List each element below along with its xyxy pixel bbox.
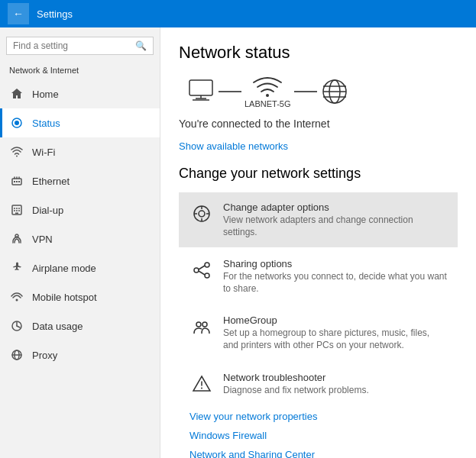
search-input[interactable] (13, 40, 135, 51)
sidebar-item-label: Home (32, 89, 59, 100)
windows-firewall-link[interactable]: Windows Firewall (179, 426, 458, 445)
main-layout: 🔍 Network & Internet Home Status (0, 27, 476, 458)
dialup-icon (9, 202, 24, 218)
svg-point-10 (18, 208, 20, 209)
settings-item-homegroup[interactable]: HomeGroup Set up a homegroup to share pi… (179, 305, 458, 360)
svg-rect-5 (16, 181, 18, 182)
sidebar-item-hotspot[interactable]: Mobile hotspot (0, 282, 160, 311)
wifi-diagram-wrap: LABNET-5G (244, 75, 291, 108)
sidebar-item-label: Ethernet (32, 176, 70, 187)
troubleshooter-icon (189, 372, 214, 396)
show-networks-link[interactable]: Show available networks (179, 140, 458, 152)
sidebar-item-dialup[interactable]: Dial-up (0, 195, 160, 224)
sidebar-item-label: Airplane mode (32, 263, 96, 274)
sidebar-item-ethernet[interactable]: Ethernet (0, 166, 160, 195)
airplane-icon (9, 260, 24, 276)
network-line-1 (219, 91, 241, 92)
content-area: Network status LABNET-5G (160, 27, 476, 458)
sidebar-item-label: Dial-up (32, 205, 63, 216)
connected-status: You're connected to the Internet (179, 118, 458, 130)
svg-point-25 (199, 211, 205, 217)
svg-rect-20 (189, 80, 212, 95)
datausage-icon (9, 318, 24, 334)
svg-point-12 (16, 210, 18, 211)
sharing-center-link[interactable]: Network and Sharing Center (179, 445, 458, 458)
search-icon: 🔍 (135, 40, 147, 51)
sidebar-section-title: Network & Internet (0, 63, 160, 79)
sharing-title: Sharing options (223, 258, 447, 269)
svg-point-30 (202, 322, 207, 327)
svg-point-29 (196, 322, 201, 327)
sharing-desc: For the networks you connect to, decide … (223, 271, 447, 295)
titlebar: ← Settings (0, 0, 476, 27)
sidebar-item-label: Wi-Fi (32, 147, 55, 158)
svg-point-8 (14, 208, 15, 209)
svg-point-15 (15, 234, 18, 237)
svg-point-27 (205, 263, 209, 267)
troubleshooter-text: Network troubleshooter Diagnose and fix … (223, 372, 369, 397)
titlebar-title: Settings (37, 8, 73, 20)
homegroup-text: HomeGroup Set up a homegroup to share pi… (223, 314, 447, 351)
sidebar-item-label: Status (32, 118, 60, 129)
sharing-icon (189, 258, 214, 282)
globe-icon (320, 77, 349, 106)
svg-point-1 (15, 121, 19, 125)
troubleshooter-desc: Diagnose and fix network problems. (223, 385, 369, 397)
svg-point-13 (18, 210, 20, 211)
svg-point-21 (266, 94, 269, 97)
sidebar: 🔍 Network & Internet Home Status (0, 27, 160, 458)
network-diagram: LABNET-5G (179, 75, 458, 108)
svg-rect-6 (18, 181, 20, 182)
wifi-icon (9, 144, 24, 160)
view-properties-link[interactable]: View your network properties (179, 407, 458, 426)
sidebar-item-airplane[interactable]: Airplane mode (0, 253, 160, 282)
svg-rect-14 (15, 213, 18, 214)
adapter-desc: View network adapters and change connect… (223, 214, 447, 238)
svg-point-2 (16, 156, 18, 157)
back-button[interactable]: ← (8, 3, 29, 24)
home-icon (9, 86, 24, 102)
svg-point-31 (201, 387, 202, 389)
sidebar-item-datausage[interactable]: Data usage (0, 311, 160, 340)
svg-rect-4 (14, 181, 15, 182)
sidebar-item-home[interactable]: Home (0, 79, 160, 108)
sidebar-item-label: Proxy (32, 350, 57, 361)
homegroup-icon (189, 314, 214, 339)
proxy-icon (9, 347, 24, 363)
svg-point-28 (205, 273, 209, 278)
computer-icon (186, 79, 215, 105)
status-icon (9, 115, 24, 131)
sidebar-item-vpn[interactable]: VPN (0, 224, 160, 253)
sidebar-item-label: VPN (32, 234, 53, 245)
page-title: Network status (179, 43, 458, 63)
sidebar-item-status[interactable]: Status (0, 108, 160, 137)
sidebar-item-wifi[interactable]: Wi-Fi (0, 137, 160, 166)
search-box[interactable]: 🔍 (6, 37, 154, 55)
settings-item-troubleshooter[interactable]: Network troubleshooter Diagnose and fix … (179, 363, 458, 406)
adapter-icon (189, 202, 214, 226)
homegroup-title: HomeGroup (223, 314, 447, 326)
change-settings-title: Change your network settings (179, 166, 458, 182)
sidebar-item-proxy[interactable]: Proxy (0, 340, 160, 369)
svg-point-26 (194, 268, 199, 273)
troubleshooter-title: Network troubleshooter (223, 372, 369, 383)
svg-point-16 (16, 299, 18, 302)
ethernet-icon (9, 173, 24, 189)
network-label: LABNET-5G (244, 99, 291, 108)
homegroup-desc: Set up a homegroup to share pictures, mu… (223, 327, 447, 351)
vpn-icon (9, 231, 24, 247)
svg-point-11 (14, 210, 15, 211)
hotspot-icon (9, 289, 24, 305)
sharing-text: Sharing options For the networks you con… (223, 258, 447, 295)
svg-point-9 (16, 208, 18, 209)
adapter-title: Change adapter options (223, 202, 447, 213)
adapter-text: Change adapter options View network adap… (223, 202, 447, 238)
settings-item-adapter[interactable]: Change adapter options View network adap… (179, 192, 458, 247)
settings-item-sharing[interactable]: Sharing options For the networks you con… (179, 249, 458, 304)
sidebar-item-label: Data usage (32, 321, 83, 332)
network-line-2 (294, 91, 317, 92)
sidebar-item-label: Mobile hotspot (32, 292, 97, 303)
